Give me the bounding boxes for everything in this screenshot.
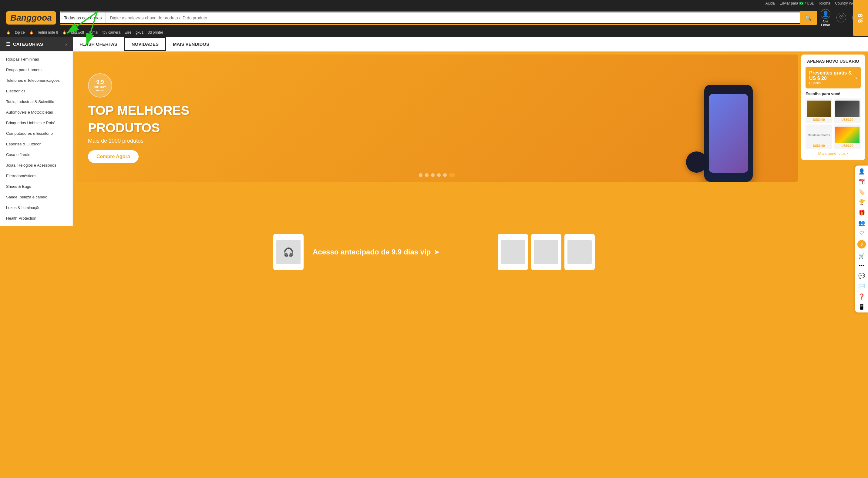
badge-vip: VIP DAY [94, 86, 106, 89]
category-eletrodomesticos[interactable]: Eletrodomésticos [0, 171, 72, 181]
fire-icon-3: 🔥 [62, 30, 67, 35]
header: Banggooa Todas as categorias 🔍 👤 Olá Ent… [0, 7, 868, 29]
sidebar-chat-icon[interactable]: 💬 [858, 273, 865, 275]
fire-icon-2: 🔥 [29, 30, 34, 35]
product-price-3: US$0.00 [842, 144, 854, 147]
category-shoes[interactable]: Shoes & Bags [0, 181, 72, 192]
nav-bar: ☰ CATEGORIAS › FLASH OFERTAS NOVIDADES M… [0, 37, 868, 52]
category-health-protection[interactable]: Health Protection [0, 213, 72, 224]
category-electronics[interactable]: Electronics [0, 86, 72, 96]
flash-ofertas-link[interactable]: FLASH OFERTAS [73, 38, 124, 50]
mais-vendidos-link[interactable]: MAIS VENDIDOS [166, 38, 216, 50]
product-img-3 [835, 127, 860, 143]
category-brinquedos[interactable]: Brinquedos Hobbies e Robô [0, 117, 72, 128]
category-saude[interactable]: Saúde, beleza e cabelo [0, 192, 72, 202]
earbuds-img: 🎧 [276, 240, 301, 264]
dot-5[interactable] [443, 173, 447, 177]
help-link[interactable]: Ajuda [766, 1, 775, 5]
banner-left: 9.9 VIP DAY Anniv. TOP MELHORES PRODUTOS… [88, 73, 190, 163]
dot-2[interactable] [425, 173, 429, 177]
category-roupas-femininas[interactable]: Roupas Femininas [0, 54, 72, 65]
product-thumb-2[interactable]: Mandolin Chords US$0.00 [806, 125, 832, 149]
product-thumb-1[interactable]: US$0.00 [834, 98, 861, 123]
drone-img [501, 240, 525, 264]
bottom-section: 🎧 Acesso antecipado de 9.9 dias vip ➤ [0, 226, 868, 275]
hot-tag-7[interactable]: 3d printer [148, 30, 163, 35]
hot-tag-4[interactable]: fpv camera [102, 30, 120, 35]
new-user-title: APENAS NOVO USUÁRIO [806, 59, 861, 64]
main-content: Roupas Femininas Roupa para Homem Telefo… [0, 52, 868, 226]
banner-dots [419, 173, 455, 177]
search-bar: Todas as categorias 🔍 [60, 11, 817, 25]
badge-anniv: Anniv. [96, 89, 104, 92]
hot-tag-5[interactable]: wire [125, 30, 131, 35]
fixed-sidebar: 👤 📅 🏷️ 🏆 🎁 👥 ♡ 0 🛒 ••• 💬 ✉️ ❓ 📱 [855, 166, 868, 275]
banner-cta-button[interactable]: Compre Agora [88, 150, 138, 163]
product-img-1 [835, 101, 860, 117]
logo-text: Banggooa [10, 13, 52, 23]
language-link[interactable]: Idioma [819, 1, 830, 5]
heart-icon: ♡ [836, 13, 846, 23]
category-dropdown[interactable]: Todas as categorias [60, 12, 106, 23]
bottom-product-3[interactable] [564, 234, 595, 270]
sidebar-cart-badge[interactable]: 0 [857, 240, 866, 249]
category-telefones[interactable]: Telefones e Telecomunicações [0, 75, 72, 86]
sidebar-cart-icon[interactable]: 🛒 [858, 252, 865, 259]
badge-99: 9.9 [96, 79, 104, 86]
banner-section: 9.9 VIP DAY Anniv. TOP MELHORES PRODUTOS… [73, 52, 801, 226]
sidebar-people-icon[interactable]: 👥 [858, 219, 865, 226]
sidebar-gift-icon[interactable]: 🎁 [858, 209, 865, 216]
dot-1[interactable] [419, 173, 423, 177]
product-thumb-3[interactable]: US$0.00 [834, 125, 861, 149]
search-input[interactable] [105, 12, 800, 23]
sidebar-user-icon[interactable]: 👤 [858, 168, 865, 175]
dot-4[interactable] [437, 173, 441, 177]
novidades-link[interactable]: NOVIDADES [124, 37, 166, 51]
sidebar-calendar-icon[interactable]: 📅 [858, 178, 865, 185]
hot-tag-1[interactable]: redmi note 8 [38, 30, 58, 35]
chevron-right-coupon-icon: › [855, 74, 857, 81]
vip-day-badge: 9.9 [853, 0, 868, 36]
sidebar-heart-icon[interactable]: ♡ [859, 230, 864, 237]
category-casa[interactable]: Casa e Jardim [0, 149, 72, 160]
dot-3[interactable] [431, 173, 435, 177]
bottom-product-0[interactable]: 🎧 [273, 234, 304, 270]
hot-tag-2[interactable]: blitzwolf [71, 30, 84, 35]
mais-beneficios-link[interactable]: Mais benefícios › [806, 151, 861, 156]
product-img-0 [807, 101, 831, 117]
dot-6[interactable] [449, 173, 455, 177]
fire-icon-1: 🔥 [6, 30, 11, 35]
wishlist-button[interactable]: ♡ [836, 13, 846, 23]
hot-tag-0[interactable]: top ce [15, 30, 25, 35]
promo-banner-text: Acesso antecipado de 9.9 dias vip [313, 248, 431, 256]
banner-title-2: PRODUTOS [88, 121, 190, 135]
sidebar-trophy-icon[interactable]: 🏆 [858, 199, 865, 206]
hot-tag-6[interactable]: gk61 [135, 30, 144, 35]
categories-button[interactable]: ☰ CATEGORIAS › [0, 37, 73, 51]
search-button[interactable]: 🔍 [800, 11, 816, 24]
bottom-promo-banner[interactable]: Acesso antecipado de 9.9 dias vip ➤ [307, 237, 495, 267]
bottom-product-1[interactable] [498, 234, 528, 270]
category-computadores[interactable]: Computadores e Escritório [0, 128, 72, 139]
bottom-product-2[interactable] [531, 234, 561, 270]
earbuds-placeholder [686, 151, 707, 173]
category-roupa-homem[interactable]: Roupa para Homem [0, 65, 72, 75]
product-price-1: US$0.00 [842, 118, 854, 122]
chevron-right-icon: › [65, 41, 67, 47]
product-thumb-0[interactable]: US$0.00 [806, 98, 832, 123]
category-esportes[interactable]: Esportes & Outdoor [0, 139, 72, 149]
category-automoveis[interactable]: Automóveis e Motocicletas [0, 107, 72, 117]
banner-title-1: TOP MELHORES [88, 104, 190, 117]
coupon-banner[interactable]: Presentes gratis & US $ 20 Cupons › [806, 67, 861, 89]
phone-screen [709, 94, 748, 173]
hamburger-icon: ☰ [6, 41, 10, 47]
logo[interactable]: Banggooa [6, 11, 56, 25]
sidebar-dots-icon[interactable]: ••• [859, 263, 865, 269]
category-joias[interactable]: Jóias, Relógios e Acessórios [0, 160, 72, 171]
phone-img [534, 240, 558, 264]
login-button[interactable]: 👤 Olá Entrar [821, 9, 830, 27]
category-luzes[interactable]: Luzes & Iluminação [0, 202, 72, 213]
sidebar-tag-icon[interactable]: 🏷️ [858, 189, 865, 195]
hot-tag-3[interactable]: 70mai [88, 30, 98, 35]
category-tools[interactable]: Tools, Industrial & Scientific [0, 96, 72, 107]
